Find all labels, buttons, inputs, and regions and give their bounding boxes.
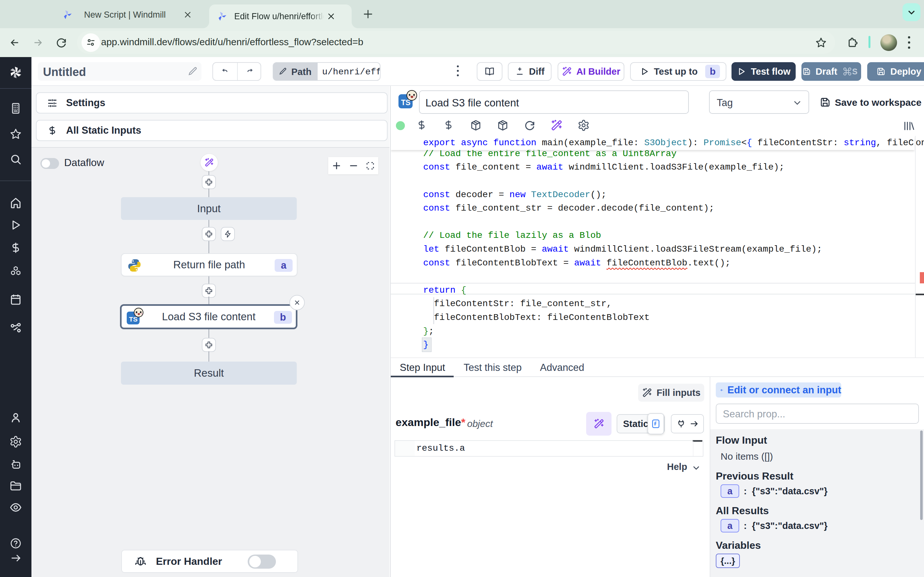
svg-text:S: S [852,67,858,76]
